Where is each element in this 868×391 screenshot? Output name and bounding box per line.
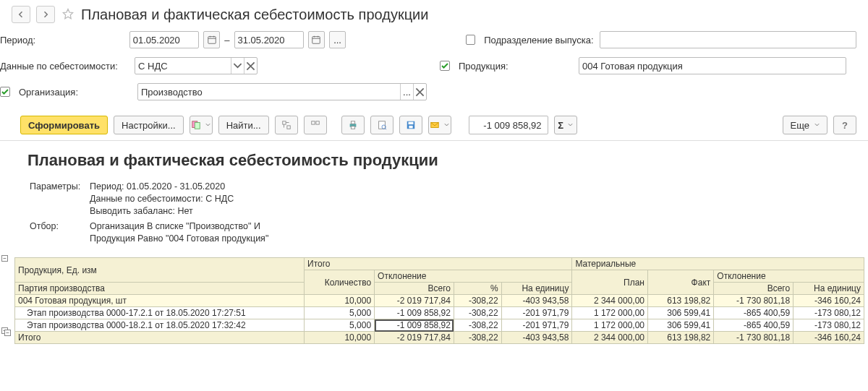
date-from-input[interactable]: 01.05.2020 [129,31,199,48]
find-button[interactable]: Найти... [218,116,269,134]
more-button[interactable]: Еще [783,116,827,134]
settings-button[interactable]: Настройки... [114,116,184,134]
nav-forward-button[interactable] [36,6,55,23]
expand-groups-button[interactable] [275,116,298,134]
product-checkbox[interactable] [440,61,450,71]
sum-display: -1 009 858,92 [469,116,548,134]
organization-clear-button[interactable] [413,84,426,100]
col-dev-total: Всего [375,283,454,295]
help-button[interactable]: ? [833,116,856,134]
svg-rect-4 [282,121,285,124]
table-row[interactable]: 004 Готовая продукция, шт 10,000 -2 019 … [15,295,864,307]
col-mdev-unit: На единицу [793,283,864,295]
table-row[interactable]: Этап производства 0000-18.2.1 от 18.05.2… [15,319,864,332]
col-mdev-total: Всего [714,283,793,295]
favorite-star-icon[interactable] [61,7,75,22]
send-button[interactable] [428,116,451,134]
col-dev-unit: На единицу [501,283,572,295]
report-table: Продукция, Ед. изм Итого Материальные Ко… [14,257,864,344]
col-deviation: Отклонение [375,270,572,283]
chevron-down-icon [231,58,244,74]
collapse-groups-button[interactable] [304,116,327,134]
svg-rect-10 [351,126,354,129]
date-to-calendar-button[interactable] [308,31,325,48]
col-plan: План [572,270,648,295]
form-report-button[interactable]: Сформировать [20,116,108,134]
page-title: Плановая и фактическая себестоимость про… [81,7,428,23]
col-batch: Партия производства [15,283,305,295]
svg-rect-15 [409,126,412,129]
cost-data-select[interactable]: С НДС [135,57,258,74]
print-button[interactable] [341,116,365,134]
date-from-calendar-button[interactable] [203,31,220,48]
clear-icon[interactable] [244,58,257,74]
period-dots-button[interactable]: ... [329,31,346,48]
selected-cell: -1 009 858,92 [375,319,454,332]
col-dev-pct: % [454,283,501,295]
svg-rect-14 [408,122,413,125]
svg-rect-0 [208,37,216,44]
organization-checkbox[interactable] [0,87,10,97]
cost-data-label: Данные по себестоимости: [0,61,130,72]
period-label: Период: [0,35,125,46]
col-fact: Факт [648,270,714,295]
report-parameters: Параметры: Период: 01.05.2020 - 31.05.20… [27,179,277,247]
svg-rect-3 [195,123,200,129]
svg-rect-5 [286,126,289,129]
report-title: Плановая и фактическая себестоимость про… [27,151,868,170]
table-row-total[interactable]: Итого 10,000 -2 019 717,84 -308,22 -403 … [15,332,864,344]
col-total-group: Итого [305,258,572,270]
col-qty: Количество [305,270,375,295]
sum-button[interactable]: Σ [554,116,577,134]
outline-collapse-1[interactable]: − [1,255,8,262]
svg-rect-6 [311,121,314,124]
date-range-dash: – [224,35,229,46]
col-mat-deviation: Отклонение [714,270,864,283]
organization-select[interactable]: Производство ... [137,83,427,100]
col-material-group: Материальные [572,258,864,270]
department-checkbox[interactable] [466,35,476,45]
tree-collapse-icon[interactable]: − [4,330,11,336]
product-select[interactable]: 004 Готовая продукция [579,57,846,74]
table-row[interactable]: Этап производства 0000-17.2.1 от 18.05.2… [15,307,864,319]
svg-rect-7 [315,121,318,124]
variants-button[interactable] [190,116,213,134]
svg-rect-1 [312,37,320,44]
product-label: Продукция: [459,61,574,72]
nav-back-button[interactable] [12,6,30,23]
department-select[interactable] [600,31,856,48]
organization-label: Организация: [19,87,133,98]
date-to-input[interactable]: 31.05.2020 [234,31,304,48]
department-label: Подразделение выпуска: [484,35,595,46]
save-button[interactable] [399,116,422,134]
col-product: Продукция, Ед. изм [15,258,305,283]
svg-rect-9 [351,121,354,124]
preview-button[interactable] [370,116,393,134]
organization-dots-button[interactable]: ... [400,84,413,100]
